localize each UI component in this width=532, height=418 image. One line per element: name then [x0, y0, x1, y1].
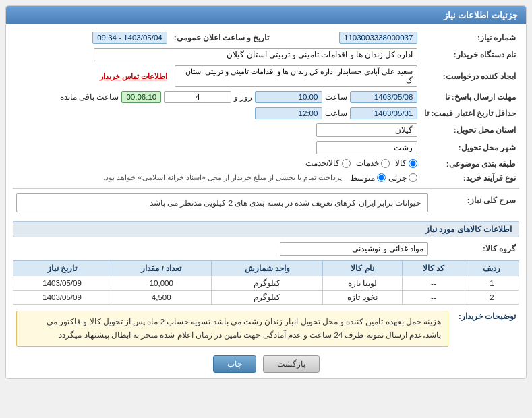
radio-khadamat-input[interactable] [381, 159, 390, 168]
mohlatLabel: مهلت ارسال پاسخ: تا [421, 89, 519, 105]
radio-khadamat-label: خدمات [356, 158, 379, 168]
table-cell: 1403/05/09 [13, 291, 111, 305]
mohlatBaqiLabel: ساعت باقی مانده [60, 92, 119, 102]
table-row: 1--لوبیا تازهکیلوگرم10,0001403/05/09 [13, 276, 519, 291]
col-unit: واحد شمارش [212, 261, 323, 276]
table-cell: 2 [465, 291, 519, 305]
col-date: تاریخ نیاز [13, 261, 111, 276]
ostanLabel: استان محل تحویل: [421, 121, 519, 139]
shahrLabel: شهر محل تحویل: [421, 139, 519, 156]
print-button[interactable]: چاپ [213, 355, 256, 373]
radio-kala-input[interactable] [409, 159, 417, 168]
table-cell: کیلوگرم [212, 291, 323, 305]
table-row: 2--نخود تازهکیلوگرم4,5001403/05/09 [13, 291, 519, 305]
radio-kalaKhadamat-input[interactable] [342, 159, 351, 168]
table-cell: نخود تازه [323, 291, 403, 305]
mohlatDate: 1403/05/08 [350, 91, 417, 103]
haddSaat: 12:00 [255, 107, 322, 119]
back-button[interactable]: بازگشت [263, 355, 320, 373]
radio-kalaKhadamat-label: کالا/خدمت [305, 158, 340, 168]
groupeKalaLabel: گروه کالا: [432, 240, 519, 258]
shahrValue: رشت [316, 141, 417, 154]
tarikhElan-label: تاریخ و ساعت اعلان عمومی: [171, 30, 273, 46]
radio-kala-label: کالا [395, 158, 407, 168]
table-cell: 10,000 [111, 276, 212, 291]
sarjKoliValue: حیوانات برابر ایران کرهای تعریف شده در ب… [16, 193, 428, 212]
radio-motavasset[interactable]: متوسط [350, 173, 386, 183]
table-cell: 1403/05/09 [13, 276, 111, 291]
haddLabel: حداقل تاریخ اعتبار قیمت: تا [421, 105, 519, 121]
radio-motavasset-label: متوسط [350, 173, 375, 183]
etelaat-tamas-link[interactable]: اطلاعات تماس خریدار [100, 72, 167, 80]
pardakht-note: پرداخت تمام با بخشی از مبلغ خریدار از مح… [103, 173, 342, 182]
table-cell: لوبیا تازه [323, 276, 403, 291]
tabaqeLabel: طبقه بندی موضوعی: [421, 156, 519, 171]
groupeKalaValue: مواد غذائی و نوشیدنی [280, 242, 428, 256]
haddSaatLabel: ساعت [325, 109, 347, 118]
col-code: کد کالا [402, 261, 465, 276]
table-cell: کیلوگرم [212, 276, 323, 291]
radio-jozi-input[interactable] [409, 173, 417, 182]
ostanValue: گیلان [316, 123, 417, 137]
radio-motavasset-input[interactable] [377, 173, 386, 182]
mohlatSaatLabel: ساعت [325, 92, 347, 102]
mohlatRoz: 4 [164, 91, 231, 103]
table-cell: -- [402, 276, 465, 291]
shomareNiaz-label: شماره نیاز: [421, 30, 519, 46]
notesValue: هزینه حمل بعهده تامین کننده و محل تحویل … [16, 311, 448, 347]
ijadKonande-value: سعید علی آبادی حسابدار اداره کل زندان ها… [175, 65, 417, 87]
mohlatSaat: 10:00 [255, 91, 322, 103]
radio-kalaKhadamat[interactable]: کالا/خدمت [305, 158, 351, 168]
haddDate: 1403/05/31 [350, 107, 417, 119]
namDastgah-value: اداره کل زندان ها و اقدامات تامینی و ترب… [94, 48, 417, 61]
table-cell: 4,500 [111, 291, 212, 305]
tarikhElan-value: 1403/05/04 - 09:34 [92, 32, 167, 44]
etelaat-kala-section: اطلاعات کالاهای مورد نیاز [13, 221, 519, 237]
col-amount: تعداد / مقدار [111, 261, 212, 276]
mohlatRozLabel: روز و [234, 92, 252, 102]
col-radif: ردیف [465, 261, 519, 276]
radio-jozi-label: جزئی [388, 173, 407, 183]
panel-title: جزئیات اطلاعات نیاز [6, 6, 526, 24]
namDastgah-label: نام دستگاه خریدار: [421, 46, 519, 63]
notesLabel: توضیحات خریدار: [452, 309, 519, 349]
noeFarayandLabel: نوع فرآیند خرید: [421, 171, 519, 186]
shomareNiaz-value: 1103003338000037 [339, 32, 417, 44]
table-cell: 1 [465, 276, 519, 291]
kala-table: ردیف کد کالا نام کالا واحد شمارش تعداد /… [13, 260, 519, 305]
sarjKoliLabel: سرح کلی نیاز: [432, 191, 519, 217]
radio-kala[interactable]: کالا [395, 158, 417, 168]
radio-jozi[interactable]: جزئی [388, 173, 417, 183]
radio-khadamat[interactable]: خدمات [356, 158, 390, 168]
col-name: نام کالا [323, 261, 403, 276]
ijadKonande-label: ایجاد کننده درخواست: [421, 63, 519, 89]
mohlatBaqi: 00:06:10 [121, 91, 161, 103]
table-cell: -- [402, 291, 465, 305]
